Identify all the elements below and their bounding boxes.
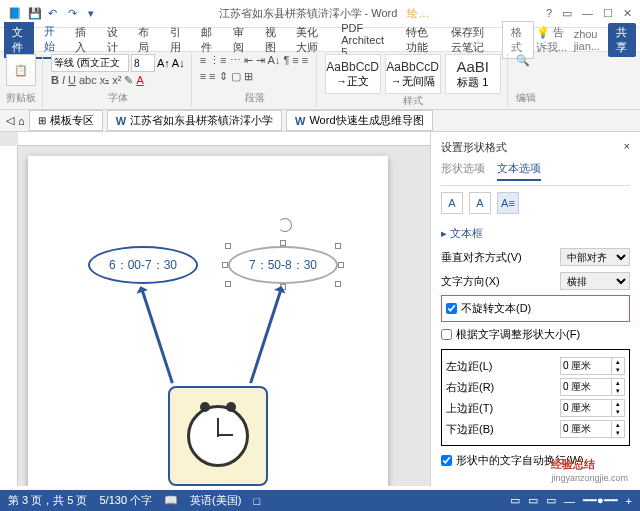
selection-handle[interactable] — [280, 240, 286, 246]
margin-right-input[interactable] — [560, 378, 612, 396]
arrow-connector-2[interactable] — [249, 288, 283, 384]
doctab-mindmap[interactable]: WWord快速生成思维导图 — [286, 110, 432, 131]
zoom-in-icon[interactable]: + — [626, 495, 632, 507]
ruler-horizontal[interactable] — [18, 132, 430, 146]
selection-handle[interactable] — [335, 281, 341, 287]
strike-icon[interactable]: abc — [79, 74, 97, 87]
view-web-icon[interactable]: ▭ — [546, 494, 556, 507]
spin-up-icon[interactable]: ▴ — [612, 400, 624, 408]
align-center-icon[interactable]: ≡ — [302, 54, 308, 67]
italic-icon[interactable]: I — [62, 74, 65, 87]
tab-review[interactable]: 审阅 — [225, 22, 255, 58]
highlight-icon[interactable]: ✎ — [124, 74, 133, 87]
margin-top-input[interactable] — [560, 399, 612, 417]
spell-icon[interactable]: 📖 — [164, 494, 178, 507]
sup-icon[interactable]: x² — [112, 74, 121, 87]
align-left-icon[interactable]: ≡ — [292, 54, 298, 67]
bullets-icon[interactable]: ≡ — [200, 54, 206, 67]
find-icon[interactable]: 🔍 — [516, 54, 536, 67]
selection-handle[interactable] — [225, 243, 231, 249]
doctab-school[interactable]: W江苏省如东县栟茶镇浒澪小学 — [107, 110, 282, 131]
tab-references[interactable]: 引用 — [162, 22, 192, 58]
arrow-connector-1[interactable] — [140, 288, 174, 384]
zoom-out-icon[interactable]: — — [564, 495, 575, 507]
selection-handle[interactable] — [225, 281, 231, 287]
font-size-input[interactable] — [131, 54, 155, 72]
spin-up-icon[interactable]: ▴ — [612, 421, 624, 429]
clock-shape[interactable] — [168, 386, 268, 486]
spin-down-icon[interactable]: ▾ — [612, 366, 624, 374]
valign-select[interactable]: 中部对齐 — [560, 248, 630, 266]
shading-icon[interactable]: ▢ — [231, 70, 241, 83]
indent-dec-icon[interactable]: ⇤ — [244, 54, 253, 67]
style-nospacing[interactable]: AaBbCcD→无间隔 — [385, 54, 441, 94]
borders-icon[interactable]: ⊞ — [244, 70, 253, 83]
undo-icon[interactable]: ↶ — [48, 7, 62, 21]
section-textbox[interactable]: ▸ 文本框 — [441, 226, 630, 241]
maximize-icon[interactable]: ☐ — [603, 7, 613, 20]
margin-bottom-input[interactable] — [560, 420, 612, 438]
redo-icon[interactable]: ↷ — [68, 7, 82, 21]
help-icon[interactable]: ? — [546, 7, 552, 20]
save-icon[interactable]: 💾 — [28, 7, 42, 21]
qat-more-icon[interactable]: ▾ — [88, 7, 102, 21]
user-name[interactable]: zhou jian... — [574, 28, 603, 52]
justify-icon[interactable]: ≡ — [209, 70, 215, 83]
numbering-icon[interactable]: ⋮≡ — [209, 54, 226, 67]
textbox-icon[interactable]: A≡ — [497, 192, 519, 214]
tell-me[interactable]: 💡 告诉我... — [536, 25, 568, 55]
underline-icon[interactable]: U — [68, 74, 76, 87]
pane-close-icon[interactable]: × — [624, 140, 630, 155]
page[interactable]: 6：00-7：30 7：50-8：30 — [28, 156, 388, 486]
view-read-icon[interactable]: ▭ — [510, 494, 520, 507]
autosize-checkbox[interactable] — [441, 329, 452, 340]
oval-shape-2-selected[interactable]: 7：50-8：30 — [228, 246, 338, 284]
marks-icon[interactable]: ¶ — [283, 54, 289, 67]
tab-special[interactable]: 特色功能 — [398, 22, 441, 58]
language[interactable]: 英语(美国) — [190, 493, 241, 508]
tab-cloud[interactable]: 保存到云笔记 — [443, 22, 500, 58]
selection-handle[interactable] — [335, 243, 341, 249]
tab-layout[interactable]: 布局 — [130, 22, 160, 58]
close-icon[interactable]: ✕ — [623, 7, 632, 20]
spin-up-icon[interactable]: ▴ — [612, 358, 624, 366]
tab-file[interactable]: 文件 — [4, 22, 34, 58]
bold-icon[interactable]: B — [51, 74, 59, 87]
document-canvas[interactable]: 6：00-7：30 7：50-8：30 — [0, 132, 430, 486]
zoom-slider[interactable]: ━━●━━ — [583, 494, 618, 507]
nav-back-icon[interactable]: ◁ — [6, 114, 14, 127]
style-heading1[interactable]: AaBI标题 1 — [445, 54, 501, 94]
spin-up-icon[interactable]: ▴ — [612, 379, 624, 387]
page-count[interactable]: 第 3 页，共 5 页 — [8, 493, 87, 508]
home-icon[interactable]: ⌂ — [18, 115, 25, 127]
view-print-icon[interactable]: ▭ — [528, 494, 538, 507]
pane-tab-shape[interactable]: 形状选项 — [441, 161, 485, 181]
tab-beauty[interactable]: 美化大师 — [288, 22, 331, 58]
doctab-templates[interactable]: ⊞ 模板专区 — [29, 110, 103, 131]
align-right-icon[interactable]: ≡ — [200, 70, 206, 83]
spin-down-icon[interactable]: ▾ — [612, 387, 624, 395]
tab-home[interactable]: 开始 — [36, 21, 66, 59]
tab-mailings[interactable]: 邮件 — [193, 22, 223, 58]
font-name-input[interactable] — [51, 54, 129, 72]
minimize-icon[interactable]: — — [582, 7, 593, 20]
decrease-font-icon[interactable]: A↓ — [172, 57, 185, 69]
textdir-select[interactable]: 横排 — [560, 272, 630, 290]
tab-insert[interactable]: 插入 — [67, 22, 97, 58]
ruler-vertical[interactable] — [0, 146, 18, 486]
tab-view[interactable]: 视图 — [257, 22, 287, 58]
tab-design[interactable]: 设计 — [99, 22, 129, 58]
sort-icon[interactable]: A↓ — [268, 54, 281, 67]
increase-font-icon[interactable]: A↑ — [157, 57, 170, 69]
spin-down-icon[interactable]: ▾ — [612, 408, 624, 416]
ime-indicator[interactable]: □ — [253, 495, 260, 507]
multilevel-icon[interactable]: ⋯ — [230, 54, 241, 67]
margin-left-input[interactable] — [560, 357, 612, 375]
sub-icon[interactable]: x₂ — [100, 74, 110, 87]
font-color-icon[interactable]: A — [136, 74, 143, 87]
spin-down-icon[interactable]: ▾ — [612, 429, 624, 437]
style-normal[interactable]: AaBbCcD→正文 — [325, 54, 381, 94]
selection-handle[interactable] — [222, 262, 228, 268]
indent-inc-icon[interactable]: ⇥ — [256, 54, 265, 67]
ribbon-toggle-icon[interactable]: ▭ — [562, 7, 572, 20]
